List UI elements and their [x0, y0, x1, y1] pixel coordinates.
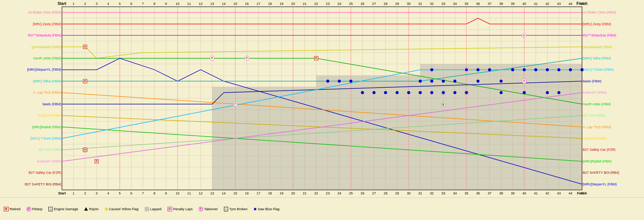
legend-yellow-label: Caused Yellow Flag	[109, 207, 139, 211]
legend-tyre-label: Tyre Broken	[229, 207, 248, 211]
pitstop-symbol: P	[27, 207, 31, 211]
legend-rejoin-label: Rejoin	[89, 207, 99, 211]
legend-lapped-label: Lapped	[150, 207, 162, 211]
legend-engine: ⌂ Engine Damage	[48, 207, 78, 211]
yellow-symbol	[105, 208, 108, 211]
legend-yellow: Caused Yellow Flag	[105, 207, 139, 211]
legend-takeover-label: Takeover	[204, 207, 218, 211]
legend-retired-label: Retired	[10, 207, 21, 211]
legend-blue-label: Saw Blue Flag	[258, 207, 280, 211]
legend-takeover: T Takeover	[199, 207, 218, 211]
chart-container: R Retired P Pitstop ⌂ Engine Damage Rejo…	[0, 0, 644, 220]
legend: R Retired P Pitstop ⌂ Engine Damage Rejo…	[0, 197, 644, 220]
penalty-symbol: P	[168, 207, 172, 211]
legend-engine-label: Engine Damage	[54, 207, 78, 211]
legend-tyre: ⌂ Tyre Broken	[224, 207, 248, 211]
legend-penalty-label: Penalty Laps	[173, 207, 193, 211]
legend-pitstop: P Pitstop	[27, 207, 43, 211]
lapped-symbol	[145, 207, 149, 211]
legend-blue: Saw Blue Flag	[254, 207, 280, 211]
takeover-symbol: T	[199, 207, 203, 211]
retired-symbol: R	[4, 207, 9, 211]
legend-pitstop-label: Pitstop	[32, 207, 43, 211]
legend-rejoin: Rejoin	[84, 207, 99, 211]
blue-symbol	[254, 208, 257, 211]
legend-lapped: Lapped	[145, 207, 162, 211]
rejoin-symbol	[84, 207, 88, 211]
legend-penalty: P Penalty Laps	[168, 207, 193, 211]
race-chart	[0, 0, 644, 220]
legend-retired: R Retired	[4, 207, 21, 211]
engine-symbol: ⌂	[48, 207, 53, 211]
tyre-symbol: ⌂	[224, 207, 228, 211]
